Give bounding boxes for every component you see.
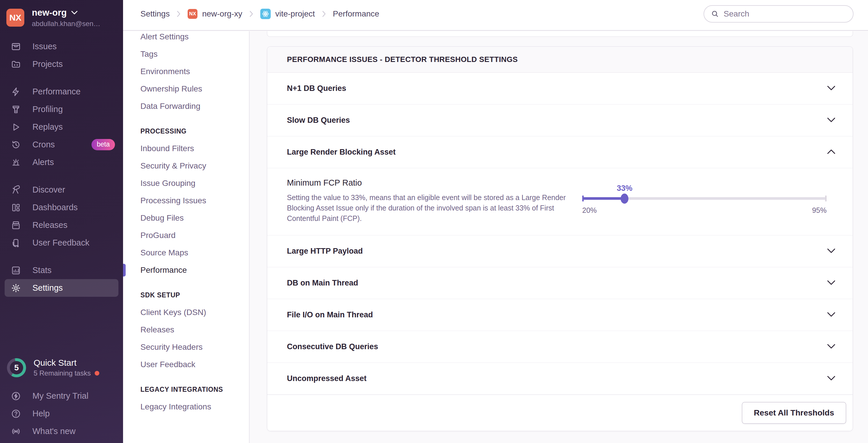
accordion-label: DB on Main Thread [287,279,358,287]
accordion-row-large-http-payload[interactable]: Large HTTP Payload [267,235,852,267]
sidebar-item-settings[interactable]: Settings [5,279,118,297]
sidebar-item-issues[interactable]: Issues [0,38,123,55]
settings-nav-section-processing: PROCESSING [123,123,249,140]
slider-fill [582,197,624,200]
sidebar-item-replays[interactable]: Replays [0,118,123,136]
settings-nav-releases[interactable]: Releases [123,321,249,339]
broadcast-icon [11,426,21,436]
quick-start[interactable]: 5 Quick Start 5 Remaining tasks [0,358,123,387]
sidebar: NX new-org abdullah.khan@sen… Issues Pro… [0,0,123,443]
projects-icon [11,59,21,69]
sidebar-item-label: Issues [32,42,57,51]
sidebar-item-label: Crons [32,140,55,149]
settings-nav-ownership-rules[interactable]: Ownership Rules [123,80,249,98]
breadcrumb: Settings NX new-org-xy vite-project Perf… [141,9,379,19]
org-name: new-org [32,7,67,18]
sidebar-item-stats[interactable]: Stats [0,261,123,279]
accordion-row-db-on-main-thread[interactable]: DB on Main Thread [267,267,852,299]
nav-label: Tags [141,50,157,59]
sidebar-item-whats-new[interactable]: What's new [0,422,123,440]
sidebar-item-releases[interactable]: Releases [0,216,123,234]
chevron-down-icon [826,311,836,319]
settings-nav-security-privacy[interactable]: Security & Privacy [123,157,249,175]
accordion-row-uncompressed-asset[interactable]: Uncompressed Asset [267,363,852,394]
settings-nav-user-feedback[interactable]: User Feedback [123,356,249,373]
nav-label: User Feedback [141,360,195,369]
accordion-row-consecutive-db-queries[interactable]: Consecutive DB Queries [267,331,852,363]
org-switcher[interactable]: NX new-org abdullah.khan@sen… [0,0,123,34]
accordion-row-large-render-blocking-asset[interactable]: Large Render Blocking Asset [267,136,852,168]
nav-label: Environments [141,67,190,76]
settings-nav-section-sdk-setup: SDK SETUP [123,286,249,304]
slider-value-label: 33% [617,184,632,193]
slider-thumb[interactable] [621,193,628,203]
sidebar-item-user-feedback[interactable]: User Feedback [0,234,123,252]
fcp-ratio-slider: 33% 20% 95% [582,178,827,224]
help-icon [11,409,21,419]
telescope-icon [11,185,21,195]
accordion-row-n1-db-queries[interactable]: N+1 DB Queries [267,73,852,104]
reset-all-thresholds-button[interactable]: Reset All Thresholds [742,402,846,424]
slider-max-label: 95% [812,206,827,215]
sidebar-item-discover[interactable]: Discover [0,181,123,199]
slider-end-tick [825,195,827,201]
search-box [704,5,854,23]
nav-label: Alert Settings [141,32,189,41]
settings-nav-environments[interactable]: Environments [123,63,249,80]
sidebar-item-label: Help [32,409,50,418]
quickstart-progress-ring: 5 [7,358,26,377]
breadcrumb-settings[interactable]: Settings [141,9,170,19]
settings-nav-tags[interactable]: Tags [123,45,249,63]
settings-nav-performance[interactable]: Performance [123,261,249,279]
play-icon [11,122,21,132]
settings-nav-source-maps[interactable]: Source Maps [123,244,249,261]
sidebar-item-performance[interactable]: Performance [0,83,123,100]
settings-nav-legacy-integrations[interactable]: Legacy Integrations [123,398,249,415]
sidebar-item-profiling[interactable]: Profiling [0,100,123,118]
sidebar-item-label: Releases [32,220,67,230]
archive-icon [11,220,21,230]
quickstart-count: 5 [10,361,23,374]
org-badge: NX [188,9,197,19]
nav-label: ProGuard [141,231,176,240]
accordion-label: Large Render Blocking Asset [287,148,396,157]
sidebar-item-help[interactable]: Help [0,405,123,422]
clock-history-icon [11,140,21,150]
sidebar-item-alerts[interactable]: Alerts [0,154,123,171]
accordion-row-file-io-on-main-thread[interactable]: File I/O on Main Thread [267,299,852,331]
search-input[interactable] [723,9,846,19]
settings-nav-processing-issues[interactable]: Processing Issues [123,192,249,209]
panel-title: PERFORMANCE ISSUES - DETECTOR THRESHOLD … [267,46,852,73]
sidebar-item-label: User Feedback [32,238,90,248]
sidebar-item-label: Alerts [32,158,54,167]
nav-label: Debug Files [141,213,184,223]
breadcrumb-org[interactable]: NX new-org-xy [188,9,242,19]
quickstart-title: Quick Start [34,358,99,368]
nav-label: Issue Grouping [141,179,195,188]
breadcrumb-project[interactable]: vite-project [260,9,315,19]
beta-badge: beta [92,139,115,150]
sidebar-item-projects[interactable]: Projects [0,55,123,73]
settings-nav-proguard[interactable]: ProGuard [123,227,249,244]
sidebar-item-my-sentry-trial[interactable]: My Sentry Trial [0,387,123,405]
nav-label: Client Keys (DSN) [141,308,206,317]
settings-nav-debug-files[interactable]: Debug Files [123,209,249,227]
sidebar-item-label: My Sentry Trial [32,391,88,401]
detector-threshold-panel: PERFORMANCE ISSUES - DETECTOR THRESHOLD … [267,46,853,431]
settings-nav-issue-grouping[interactable]: Issue Grouping [123,175,249,192]
panel-footer: Reset All Thresholds [267,394,852,431]
sidebar-item-label: Profiling [32,104,63,114]
sidebar-item-dashboards[interactable]: Dashboards [0,199,123,216]
sidebar-item-label: Replays [32,122,63,132]
settings-nav-alert-settings[interactable]: Alert Settings [123,31,249,45]
settings-nav-security-headers[interactable]: Security Headers [123,339,249,356]
settings-nav-data-forwarding[interactable]: Data Forwarding [123,98,249,115]
nav-label: Security & Privacy [141,161,206,170]
slider-track[interactable]: 33% [582,197,827,200]
accordion-row-slow-db-queries[interactable]: Slow DB Queries [267,104,852,136]
nav-label: Inbound Filters [141,144,194,153]
sidebar-item-crons[interactable]: Crons beta [0,136,123,154]
settings-nav-client-keys[interactable]: Client Keys (DSN) [123,304,249,321]
settings-nav-inbound-filters[interactable]: Inbound Filters [123,140,249,157]
notification-dot [95,371,99,376]
